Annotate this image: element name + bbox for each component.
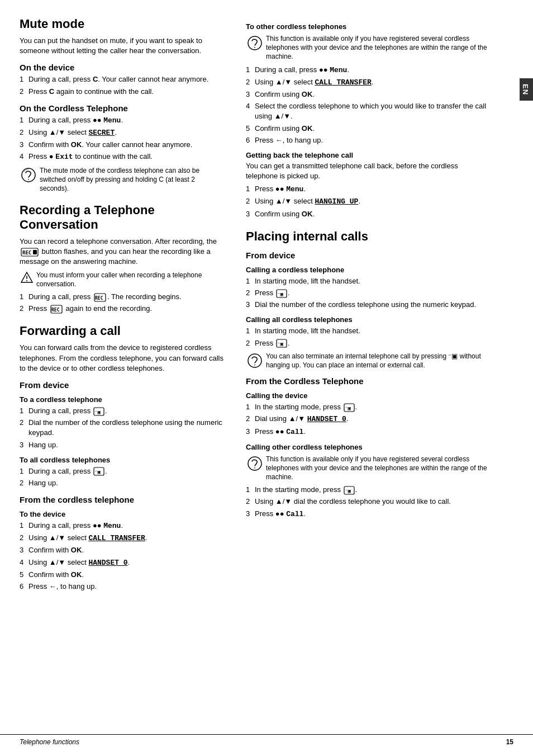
list-item: 1During a call, press ●● Menu. [246,65,492,75]
list-item: 2Press REC again to end the recording. [20,304,223,314]
forwarding-from-device-heading: From device [20,380,223,390]
list-item: 3Confirm using OK. [246,209,492,219]
on-cordless-heading: On the Cordless Telephone [20,103,223,113]
list-item: 6Press ←, to hang up. [246,135,492,145]
list-item: 3Confirm using OK. [246,89,492,100]
list-item: 4Select the cordless telephone to which … [246,101,492,121]
calling-device-heading: Calling the device [246,391,492,400]
calling-cordless-heading: Calling a cordless telephone [246,266,492,274]
placing-internal-title: Placing internal calls [246,229,492,244]
footer-page-number: 15 [506,738,513,746]
mute-note-text: The mute mode of the cordless telephone … [40,166,223,193]
calling-other-heading: Calling other cordless telephones [246,443,492,451]
right-column: To other cordless telephones This functi… [235,17,508,595]
int-icon: ⁻▣ [93,407,104,416]
int-icon4: ⁻▣ [276,339,287,348]
to-other-heading: To other cordless telephones [246,22,492,31]
rec-button-icon: REC [21,248,39,257]
list-item: 1In starting mode, lift the handset. [246,276,492,286]
recording-title: Recording a Telephone Conversation [20,203,223,232]
list-item: 2Using ▲/▼ select CALL TRANSFER. [20,533,223,544]
list-item: 1During a call, press C. Your caller can… [20,74,223,84]
to-cordless-steps: 1During a call, press ⁻▣. 2Dial the numb… [20,406,223,450]
getting-back-heading: Getting back the telephone call [246,151,492,159]
svg-text:REC: REC [95,296,103,301]
from-cordless-heading: From the cordless telephone [20,495,223,504]
list-item: 1During a call, press REC . The recordin… [20,292,223,302]
int-icon2: ⁻▣ [93,467,104,476]
list-item: 2Dial using ▲/▼ HANDSET 0. [246,414,492,424]
placing-from-device-heading: From device [246,251,492,260]
recording-warning: You must inform your caller when recordi… [20,271,223,289]
to-other-steps: 1During a call, press ●● Menu. 2Using ▲/… [246,65,492,145]
rec-small-icon: REC [94,293,106,302]
svg-point-7 [26,280,27,281]
list-item: 3Press ●● Call. [246,427,492,437]
mute-mode-intro: You can put the handset on mute, if you … [20,36,223,56]
list-item: 3Confirm with OK. [20,545,223,555]
rec-small-icon2: REC [50,305,63,314]
list-item: 1During a call, press ●● Menu. [20,115,223,126]
mute-note: The mute mode of the cordless telephone … [20,166,223,193]
footer-left-text: Telephone functions [20,738,79,746]
svg-text:REC: REC [22,250,31,256]
getting-back-steps: 1Press ●● Menu. 2Using ▲/▼ select HANGIN… [246,184,492,219]
calling-all-note: You can also terminate an internal telep… [246,352,492,370]
forwarding-intro: You can forward calls from the device to… [20,343,223,374]
list-item: 3Confirm with OK. Your caller cannot hea… [20,140,223,150]
list-item: 2Press C again to continue with the call… [20,87,223,97]
on-cordless-steps: 1During a call, press ●● Menu. 2Using ▲/… [20,115,223,163]
svg-text:⁻▣: ⁻▣ [277,291,283,297]
recording-steps: 1During a call, press REC . The recordin… [20,292,223,314]
to-device-steps: 1During a call, press ●● Menu. 2Using ▲/… [20,521,223,592]
list-item: 6Press ←, to hang up. [20,582,223,592]
on-device-heading: On the device [20,63,223,72]
forwarding-title: Forwarding a call [20,324,223,338]
svg-rect-4 [33,250,37,254]
to-all-steps: 1During a call, press ⁻▣. 2Hang up. [20,466,223,488]
list-item: 1In starting mode, lift the handset. [246,326,492,336]
placing-from-cordless-heading: From the Cordless Telephone [246,376,492,386]
list-item: 1In the starting mode, press ⁻▣. [246,485,492,495]
svg-text:⁻▣: ⁻▣ [345,488,351,494]
note-icon [21,167,36,183]
left-column: Mute mode You can put the handset on mut… [0,17,235,595]
note-icon3 [247,353,263,368]
list-item: 1Press ●● Menu. [246,184,492,195]
calling-other-steps: 1In the starting mode, press ⁻▣. 2Using … [246,485,492,519]
list-item: 5Confirm with OK. [20,570,223,580]
warning-icon [21,271,33,284]
list-item: 2Press ⁻▣. [246,288,492,298]
calling-all-steps: 1In starting mode, lift the handset. 2Pr… [246,326,492,348]
to-cordless-heading: To a cordless telephone [20,395,223,404]
language-tab: EN [520,78,533,101]
int-icon5: ⁻▣ [344,403,355,412]
svg-text:⁻▣: ⁻▣ [94,469,101,475]
svg-text:⁻▣: ⁻▣ [277,341,283,347]
note-icon2 [247,35,263,51]
list-item: 1During a call, press ●● Menu. [20,521,223,531]
calling-other-note-text: This function is available only if you h… [266,455,492,482]
list-item: 1In the starting mode, press ⁻▣. [246,402,492,412]
mute-mode-title: Mute mode [20,17,223,31]
page-footer: Telephone functions 15 [0,734,533,746]
list-item: 4Using ▲/▼ select HANDSET 0. [20,557,223,568]
list-item: 2Using ▲/▼ dial the cordless telephone y… [246,497,492,507]
list-item: 2Press ⁻▣. [246,338,492,348]
calling-cordless-steps: 1In starting mode, lift the handset. 2Pr… [246,276,492,310]
calling-other-note: This function is available only if you h… [246,455,492,482]
list-item: 1During a call, press ⁻▣. [20,466,223,476]
list-item: 4Press ● Exit to continue with the call. [20,152,223,162]
list-item: 5Confirm using OK. [246,124,492,134]
to-all-heading: To all cordless telephones [20,456,223,464]
list-item: 2Hang up. [20,478,223,488]
list-item: 3Dial the number of the cordless telepho… [246,300,492,310]
getting-back-intro: You can get a transmitted telephone call… [246,161,492,181]
list-item: 3Hang up. [20,440,223,450]
int-icon3: ⁻▣ [276,289,287,298]
note-icon4 [247,456,263,471]
calling-all-heading: Calling all cordless telephones [246,315,492,324]
svg-text:⁻▣: ⁻▣ [345,405,351,411]
calling-device-steps: 1In the starting mode, press ⁻▣. 2Dial u… [246,402,492,437]
to-other-note: This function is available only if you h… [246,34,492,62]
